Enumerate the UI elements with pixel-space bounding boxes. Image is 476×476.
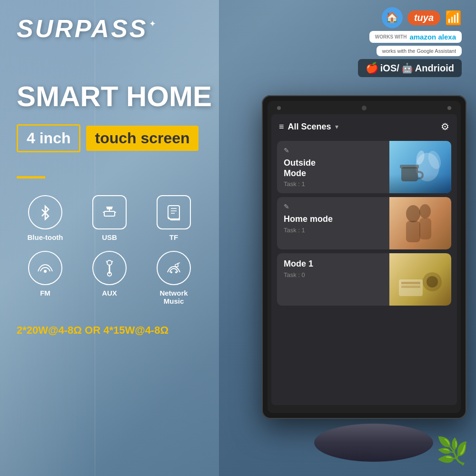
aux-icon bbox=[92, 251, 127, 285]
usb-label: USB bbox=[102, 233, 117, 241]
network-music-icon bbox=[157, 251, 191, 285]
left-panel: SURPASS ✦ SMART HOME 4 inch touch screen… bbox=[0, 0, 228, 476]
svg-rect-11 bbox=[401, 167, 418, 181]
yellow-divider bbox=[17, 176, 45, 178]
logo-sparkle: ✦ bbox=[149, 19, 156, 29]
fm-feature: FM bbox=[17, 251, 74, 305]
ios-text: iOS/ bbox=[380, 63, 399, 74]
fm-icon bbox=[28, 251, 62, 285]
bluetooth-icon bbox=[28, 195, 62, 229]
wifi-icon: 📶 bbox=[445, 10, 462, 26]
size-badge-row: 4 inch touch screen bbox=[17, 124, 212, 152]
device-stand bbox=[314, 424, 433, 462]
apple-icon: 🍎 bbox=[366, 62, 378, 74]
edit-icon-outside: ✎ bbox=[284, 147, 383, 154]
tf-label: TF bbox=[169, 233, 178, 241]
scene-name-outside: OutsideMode bbox=[284, 158, 383, 178]
camera-dot-center bbox=[362, 106, 367, 110]
screen-header-left: ≡ All Scenes ▾ bbox=[279, 122, 338, 132]
scene-image-outside bbox=[389, 141, 451, 193]
touch-screen-label: touch screen bbox=[86, 126, 198, 151]
svg-rect-20 bbox=[401, 282, 420, 284]
svg-rect-17 bbox=[419, 218, 431, 239]
usb-icon bbox=[92, 195, 127, 229]
svg-point-15 bbox=[419, 204, 431, 218]
svg-rect-0 bbox=[104, 211, 115, 216]
scene-card-home[interactable]: ✎ Home mode Task : 1 bbox=[277, 197, 451, 249]
aux-label: AUX bbox=[102, 289, 117, 297]
bluetooth-feature: Blue-tooth bbox=[17, 195, 74, 241]
usb-feature: USB bbox=[81, 195, 138, 241]
svg-point-5 bbox=[170, 271, 172, 273]
android-icon: 🤖 bbox=[401, 62, 413, 74]
plant-decoration: 🌿 bbox=[436, 436, 469, 466]
svg-rect-1 bbox=[168, 206, 179, 219]
menu-icon: ≡ bbox=[279, 122, 284, 132]
scene-info-outside: ✎ OutsideMode Task : 1 bbox=[277, 141, 389, 193]
all-scenes-title: All Scenes bbox=[288, 122, 331, 132]
edit-icon-home: ✎ bbox=[284, 203, 383, 210]
scene-task-home: Task : 1 bbox=[284, 227, 383, 234]
brand-logo: SURPASS bbox=[17, 14, 148, 43]
network-music-label: Network Music bbox=[159, 289, 188, 305]
scene-task-mode1: Task : 0 bbox=[284, 271, 383, 278]
camera-row bbox=[268, 101, 461, 114]
svg-point-14 bbox=[406, 205, 420, 222]
ios-android-badge: 🍎 iOS/ 🤖 Andrioid bbox=[358, 59, 462, 77]
camera-dot-left bbox=[277, 106, 281, 110]
android-text: Andrioid bbox=[415, 63, 454, 74]
scene-image-home bbox=[389, 197, 451, 249]
svg-rect-16 bbox=[406, 221, 420, 242]
home-app-icon: 🏠 bbox=[382, 7, 403, 28]
badge-row-1: 🏠 tuya 📶 bbox=[382, 7, 462, 28]
power-specification: 2*20W@4-8Ω OR 4*15W@4-8Ω bbox=[17, 324, 212, 337]
outside-image bbox=[389, 141, 451, 193]
scenes-dropdown-icon: ▾ bbox=[335, 123, 338, 130]
compatibility-badges: 🏠 tuya 📶 WORKS WITH amazon alexa works w… bbox=[358, 7, 462, 77]
device-screen[interactable]: ≡ All Scenes ▾ ⚙ ✎ OutsideMode Task : 1 bbox=[271, 114, 457, 405]
svg-point-6 bbox=[175, 271, 177, 273]
tuya-badge: tuya bbox=[407, 10, 440, 25]
size-box: 4 inch bbox=[17, 124, 80, 152]
logo-area: SURPASS ✦ bbox=[17, 14, 212, 43]
scene-name-home: Home mode bbox=[284, 214, 383, 225]
device-inner: ≡ All Scenes ▾ ⚙ ✎ OutsideMode Task : 1 bbox=[268, 101, 461, 413]
smart-device-frame: ≡ All Scenes ▾ ⚙ ✎ OutsideMode Task : 1 bbox=[262, 95, 466, 419]
bluetooth-label: Blue-tooth bbox=[28, 233, 63, 241]
scene-card-outside[interactable]: ✎ OutsideMode Task : 1 bbox=[277, 141, 451, 193]
scene-card-mode1[interactable]: Mode 1 Task : 0 bbox=[277, 253, 451, 306]
scene-info-mode1: Mode 1 Task : 0 bbox=[277, 253, 389, 306]
aux-feature: AUX bbox=[81, 251, 138, 305]
amazon-alexa-badge: WORKS WITH amazon alexa bbox=[369, 31, 462, 43]
svg-rect-21 bbox=[401, 286, 420, 288]
svg-point-2 bbox=[44, 270, 47, 273]
settings-icon[interactable]: ⚙ bbox=[441, 121, 449, 132]
features-grid: Blue-tooth USB TF bbox=[17, 195, 212, 305]
main-title: SMART HOME bbox=[17, 81, 212, 112]
scene-name-mode1: Mode 1 bbox=[284, 259, 383, 269]
camera-dot-right bbox=[447, 106, 451, 110]
scene-info-home: ✎ Home mode Task : 1 bbox=[277, 197, 389, 249]
screen-header: ≡ All Scenes ▾ ⚙ bbox=[271, 114, 457, 137]
svg-rect-12 bbox=[400, 165, 419, 169]
tf-feature: TF bbox=[145, 195, 202, 241]
google-assistant-badge: works with the Google Assistant bbox=[377, 46, 462, 56]
svg-point-23 bbox=[426, 276, 438, 288]
tf-icon bbox=[157, 195, 191, 229]
scene-task-outside: Task : 1 bbox=[284, 180, 383, 188]
network-music-feature: Network Music bbox=[145, 251, 202, 305]
fm-label: FM bbox=[40, 289, 50, 297]
scene-image-mode1 bbox=[389, 253, 451, 306]
